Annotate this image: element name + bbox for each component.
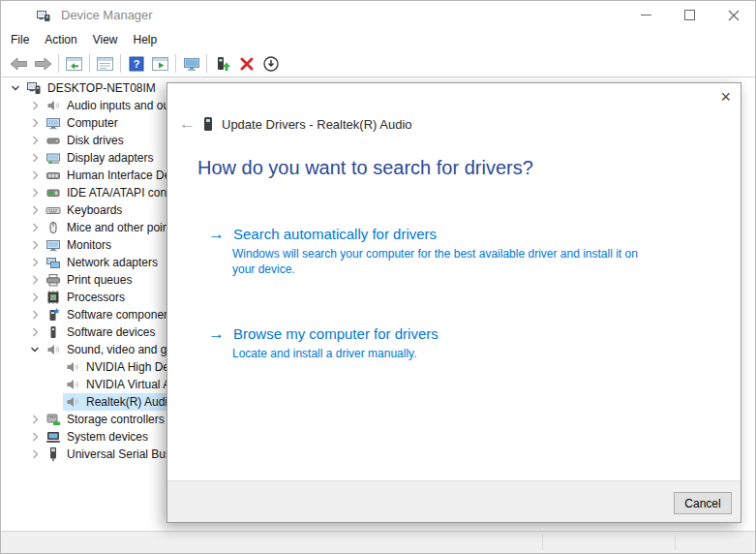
computer-monitor-icon	[182, 55, 201, 73]
chevron-placeholder	[45, 394, 63, 410]
maximize-button[interactable]	[668, 1, 711, 29]
option-search-automatically-for-drivers[interactable]: →Search automatically for driversWindows…	[208, 225, 706, 277]
uninstall-icon	[238, 55, 256, 73]
usb-icon	[45, 446, 61, 462]
scan-for-hardware-changes-button[interactable]	[258, 52, 283, 75]
title-bar: Device Manager	[1, 1, 755, 29]
menu-item-action[interactable]: Action	[37, 30, 84, 49]
tree-item-label: System devices	[65, 429, 150, 445]
svg-text:?: ?	[133, 58, 139, 70]
minimize-button[interactable]	[624, 1, 668, 29]
toolbar-separator	[58, 54, 59, 73]
back-button[interactable]	[7, 52, 31, 75]
speaker-icon	[45, 98, 61, 113]
close-icon	[728, 10, 740, 21]
scan-icon	[262, 55, 280, 73]
monitor-icon	[45, 237, 61, 253]
collapsed-chevron-icon[interactable]	[26, 168, 44, 183]
hid-icon	[45, 168, 61, 183]
collapsed-chevron-icon[interactable]	[26, 220, 44, 235]
speaker-icon	[65, 377, 80, 392]
collapsed-chevron-icon[interactable]	[26, 150, 44, 166]
display-adapter-icon	[45, 150, 61, 166]
dialog-back-icon[interactable]: ←	[179, 115, 197, 133]
tree-item-label: DESKTOP-NET08IM	[45, 80, 158, 96]
update-drivers-dialog: × ← Update Drivers - Realtek(R) Audio Ho…	[166, 82, 741, 523]
collapsed-chevron-icon[interactable]	[26, 237, 44, 253]
forward-button[interactable]	[31, 52, 55, 75]
speaker-icon	[45, 342, 61, 357]
toolbar-separator	[120, 54, 121, 73]
monitor-icon	[45, 115, 61, 131]
collapsed-chevron-icon[interactable]	[26, 272, 44, 288]
printer-icon	[45, 272, 61, 288]
help-button[interactable]: ?	[124, 52, 148, 75]
software-device-icon	[45, 324, 61, 340]
toolbar-separator	[89, 54, 90, 73]
tree-item-label: Storage controllers	[65, 412, 166, 427]
window-title: Device Manager	[61, 8, 153, 22]
network-adapter-icon	[45, 255, 61, 270]
action-pane-button[interactable]	[148, 52, 172, 75]
tree-item-label: Computer	[65, 115, 120, 131]
update-driver-button[interactable]	[210, 52, 234, 75]
collapsed-chevron-icon[interactable]	[26, 429, 44, 445]
menu-item-file[interactable]: File	[3, 30, 37, 49]
collapsed-chevron-icon[interactable]	[26, 446, 44, 462]
option-description: Locate and install a driver manually.	[232, 346, 654, 361]
tree-item-label: Software devices	[65, 324, 157, 340]
console-tree-icon	[65, 55, 83, 73]
expanded-chevron-icon[interactable]	[7, 80, 24, 96]
status-bar	[1, 531, 755, 553]
show-hide-console-tree-button[interactable]	[62, 52, 86, 75]
action-pane-icon	[151, 55, 169, 73]
device-manager-window: Device Manager FileActionViewHelp ? DESK…	[0, 0, 756, 554]
chevron-placeholder	[45, 377, 63, 392]
toolbar: ?	[1, 50, 755, 77]
caption-buttons	[624, 1, 755, 29]
collapsed-chevron-icon[interactable]	[26, 307, 44, 323]
tree-item-label: Display adapters	[65, 150, 155, 166]
status-bar-separator	[675, 535, 676, 550]
ide-controller-icon	[45, 185, 61, 200]
menu-item-help[interactable]: Help	[126, 30, 166, 49]
collapsed-chevron-icon[interactable]	[26, 98, 44, 113]
computer-button[interactable]	[179, 52, 203, 75]
tree-item-label: Realtek(R) Audio	[84, 394, 176, 410]
properties-button[interactable]	[93, 52, 117, 75]
tree-item-label: Processors	[65, 290, 127, 305]
dialog-title: Update Drivers - Realtek(R) Audio	[222, 117, 412, 132]
option-browse-my-computer-for-drivers[interactable]: →Browse my computer for driversLocate an…	[208, 324, 706, 361]
toolbar-separator	[175, 54, 176, 73]
menu-item-view[interactable]: View	[85, 30, 126, 49]
forward-arrow-icon	[33, 55, 53, 73]
collapsed-chevron-icon[interactable]	[26, 324, 44, 340]
status-bar-separator	[542, 535, 543, 550]
close-button[interactable]	[711, 1, 755, 29]
system-devices-icon	[45, 429, 61, 445]
help-icon: ?	[128, 55, 145, 73]
collapsed-chevron-icon[interactable]	[26, 185, 44, 200]
audio-device-icon	[202, 116, 214, 132]
tree-item-label: Keyboards	[65, 202, 124, 218]
computer-root-icon	[26, 80, 42, 96]
collapsed-chevron-icon[interactable]	[26, 290, 44, 305]
tree-item-label: Monitors	[65, 237, 113, 253]
properties-icon	[96, 55, 114, 73]
back-arrow-icon	[9, 55, 29, 73]
cancel-button[interactable]: Cancel	[674, 492, 732, 514]
expanded-chevron-icon[interactable]	[26, 342, 44, 357]
option-label: Browse my computer for drivers	[233, 324, 438, 344]
collapsed-chevron-icon[interactable]	[26, 255, 44, 270]
uninstall-device-button[interactable]	[234, 52, 258, 75]
tree-item-label: Print queues	[65, 272, 134, 288]
maximize-icon	[684, 10, 695, 20]
collapsed-chevron-icon[interactable]	[26, 133, 44, 148]
speaker-icon	[65, 359, 80, 375]
collapsed-chevron-icon[interactable]	[26, 202, 44, 218]
collapsed-chevron-icon[interactable]	[26, 115, 44, 131]
collapsed-chevron-icon[interactable]	[26, 412, 44, 427]
option-label: Search automatically for drivers	[233, 225, 437, 244]
dialog-close-icon[interactable]: ×	[720, 87, 731, 107]
speaker-icon	[65, 394, 80, 410]
